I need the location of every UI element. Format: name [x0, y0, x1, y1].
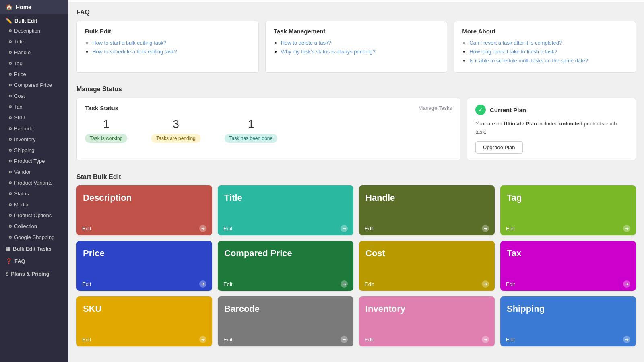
task-stat-2: 1Task has been done	[225, 118, 277, 143]
faq-link[interactable]: How to delete a task?	[281, 40, 331, 46]
sidebar-item-title[interactable]: Title	[0, 36, 68, 47]
dot-icon	[9, 138, 12, 141]
bulk-card-footer: Edit ➜	[218, 333, 353, 346]
sidebar-item-label: Barcode	[14, 125, 33, 132]
bulk-card-edit-label: Edit	[82, 281, 91, 287]
bulk-card-footer: Edit ➜	[76, 222, 212, 235]
dot-icon	[9, 203, 12, 206]
bulk-card-tax[interactable]: Tax Edit ➜	[500, 241, 636, 291]
faq-link[interactable]: Can I revert a task after it is complete…	[469, 40, 562, 46]
sidebar-bulk-edit-tasks[interactable]: ▦ Bulk Edit Tasks	[0, 243, 68, 255]
sidebar-bulk-edit-label[interactable]: ✏️ Bulk Edit	[0, 14, 68, 25]
bulk-card-footer: Edit ➜	[218, 277, 353, 291]
sidebar-item-inventory[interactable]: Inventory	[0, 134, 68, 145]
faq-card-0: Bulk EditHow to start a bulk editing tas…	[76, 21, 259, 73]
bulk-card-shipping[interactable]: Shipping Edit ➜	[500, 296, 636, 346]
edit-icon: ✏️	[6, 18, 12, 24]
sidebar-item-label: Collection	[14, 223, 37, 229]
arrow-icon: ➜	[199, 280, 206, 288]
bulk-card-label: Barcode	[218, 296, 353, 333]
bulk-card-compared-price[interactable]: Compared Price Edit ➜	[218, 241, 353, 291]
sidebar-item-label: Product Options	[14, 212, 52, 218]
bulk-card-footer: Edit ➜	[76, 333, 212, 346]
sidebar-item-tax[interactable]: Tax	[0, 101, 68, 112]
sidebar-item-media[interactable]: Media	[0, 199, 68, 210]
task-stat-number: 3	[173, 118, 179, 131]
sidebar-faq[interactable]: ❓ FAQ	[0, 255, 68, 267]
arrow-icon: ➜	[199, 336, 206, 343]
bulk-card-label: Price	[76, 241, 212, 277]
plan-desc-suffix: included	[537, 121, 559, 127]
sidebar-item-price[interactable]: Price	[0, 69, 68, 80]
faq-link[interactable]: How long does it take to finish a task?	[469, 49, 557, 55]
bulk-edit-section-title: Start Bulk Edit	[76, 173, 636, 181]
sidebar-item-label: Product Type	[14, 158, 45, 164]
arrow-icon: ➜	[623, 336, 630, 343]
manage-status-grid: Task Status Manage Tasks 1Task is workin…	[76, 98, 636, 160]
task-status-card-title: Task Status	[85, 105, 118, 111]
sidebar-item-collection[interactable]: Collection	[0, 221, 68, 232]
sidebar-item-tag[interactable]: Tag	[0, 58, 68, 69]
sidebar-item-product-options[interactable]: Product Options	[0, 210, 68, 221]
task-stats: 1Task is working3Tasks are pending1Task …	[85, 118, 452, 143]
bulk-card-barcode[interactable]: Barcode Edit ➜	[218, 296, 353, 346]
faq-section: FAQ Bulk EditHow to start a bulk editing…	[68, 2, 644, 79]
dot-icon	[9, 116, 12, 119]
faq-link[interactable]: Why my task's status is always pending?	[281, 49, 376, 55]
dot-icon	[9, 95, 12, 97]
sidebar-item-description[interactable]: Description	[0, 25, 68, 36]
bulk-card-inventory[interactable]: Inventory Edit ➜	[359, 296, 495, 346]
dot-icon	[9, 149, 12, 152]
bulk-card-price[interactable]: Price Edit ➜	[76, 241, 212, 291]
manage-tasks-link[interactable]: Manage Tasks	[418, 105, 452, 111]
bulk-card-handle[interactable]: Handle Edit ➜	[359, 185, 495, 235]
sidebar-item-label: Vendor	[14, 169, 31, 175]
bulk-card-label: SKU	[76, 296, 212, 333]
sidebar-plans[interactable]: $ Plans & Pricing	[0, 267, 68, 280]
faq-link[interactable]: Is it able to schedule multi tasks on th…	[469, 58, 588, 64]
upgrade-plan-button[interactable]: Upgrade Plan	[475, 141, 523, 154]
bulk-card-label: Description	[76, 185, 212, 222]
sidebar-item-google-shopping[interactable]: Google Shopping	[0, 232, 68, 243]
task-stat-number: 1	[248, 118, 254, 131]
sidebar-item-label: Product Variants	[14, 180, 52, 186]
bulk-card-tag[interactable]: Tag Edit ➜	[500, 185, 636, 235]
bulk-card-edit-label: Edit	[506, 226, 515, 232]
bulk-card-label: Handle	[359, 185, 495, 222]
sidebar-item-cost[interactable]: Cost	[0, 90, 68, 101]
bulk-card-edit-label: Edit	[365, 281, 374, 287]
dot-icon	[9, 51, 12, 54]
faq-grid: Bulk EditHow to start a bulk editing tas…	[76, 21, 636, 73]
sidebar-item-label: SKU	[14, 115, 25, 121]
bulk-card-edit-label: Edit	[82, 226, 91, 232]
sidebar-item-label: Status	[14, 191, 29, 197]
faq-link[interactable]: How to schedule a bulk editing task?	[92, 49, 177, 55]
current-plan-header: ✓ Current Plan	[475, 105, 627, 115]
sidebar-item-compared-price[interactable]: Compared Price	[0, 80, 68, 90]
sidebar-item-status[interactable]: Status	[0, 188, 68, 199]
dot-icon	[9, 40, 12, 43]
sidebar-item-sku[interactable]: SKU	[0, 112, 68, 123]
sidebar-item-product-type[interactable]: Product Type	[0, 156, 68, 167]
sidebar-item-label: Title	[14, 39, 24, 45]
dot-icon	[9, 84, 12, 86]
faq-icon: ❓	[6, 258, 12, 264]
bulk-card-footer: Edit ➜	[359, 333, 495, 346]
sidebar-home[interactable]: 🏠 Home	[0, 0, 68, 14]
bulk-card-cost[interactable]: Cost Edit ➜	[359, 241, 495, 291]
sidebar-item-handle[interactable]: Handle	[0, 47, 68, 58]
bulk-card-label: Title	[218, 185, 353, 222]
bulk-card-title[interactable]: Title Edit ➜	[218, 185, 353, 235]
current-plan-card: ✓ Current Plan Your are on Ultimate Plan…	[467, 98, 636, 160]
bulk-card-sku[interactable]: SKU Edit ➜	[76, 296, 212, 346]
faq-link[interactable]: How to start a bulk editing task?	[92, 40, 166, 46]
plan-icon: ✓	[475, 105, 486, 115]
arrow-icon: ➜	[623, 225, 630, 232]
sidebar-item-shipping[interactable]: Shipping	[0, 145, 68, 156]
bulk-card-description[interactable]: Description Edit ➜	[76, 185, 212, 235]
sidebar-item-product-variants[interactable]: Product Variants	[0, 177, 68, 188]
sidebar-item-label: Inventory	[14, 136, 35, 142]
sidebar-item-vendor[interactable]: Vendor	[0, 167, 68, 177]
bulk-card-label: Tax	[500, 241, 636, 277]
sidebar-item-barcode[interactable]: Barcode	[0, 123, 68, 134]
